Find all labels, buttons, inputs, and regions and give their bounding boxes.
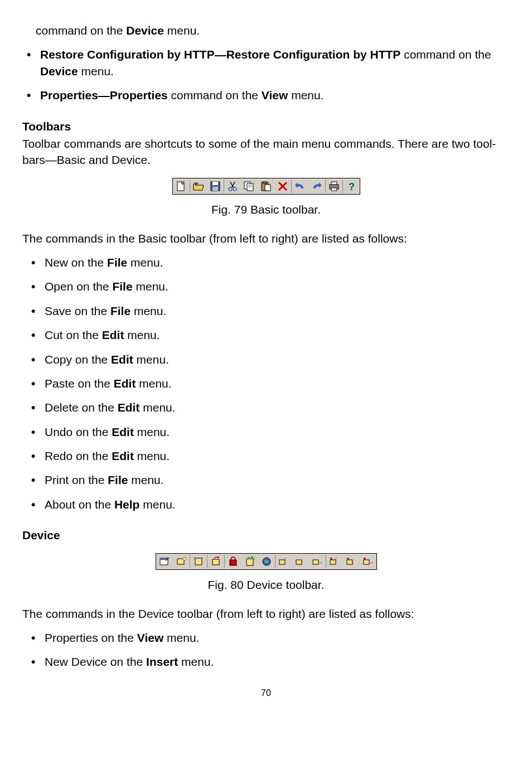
svg-text:↑: ↑	[335, 557, 337, 562]
list-item: •Delete on the Edit menu.	[31, 399, 510, 415]
svg-point-20	[183, 557, 186, 560]
device-icon-8: ↑	[275, 554, 292, 569]
svg-text:→: →	[368, 559, 374, 565]
text: command on the	[400, 48, 491, 61]
device-icon-6: ((●))	[241, 554, 258, 569]
list-item: •Properties on the View menu.	[31, 630, 510, 646]
device-icon-13: →	[360, 554, 376, 569]
help-icon: ?	[343, 178, 360, 194]
device-icon-9: ↓	[292, 554, 309, 569]
device-icon-4	[207, 554, 224, 569]
svg-rect-24	[212, 559, 219, 565]
device-toolbar: ((●)) ↑ ↓ → ↑ ↓ →	[156, 553, 377, 570]
paragraph: Toolbar commands are shortcuts to some o…	[22, 136, 510, 168]
text-bold: Device	[40, 65, 78, 78]
svg-text:?: ?	[349, 181, 355, 191]
device-icon-7	[258, 554, 275, 569]
list-item: •New on the File menu.	[31, 254, 510, 270]
redo-icon	[308, 178, 325, 194]
print-icon	[326, 178, 342, 194]
svg-rect-15	[331, 188, 337, 191]
svg-rect-26	[230, 560, 236, 565]
svg-rect-23	[201, 557, 203, 559]
svg-point-4	[229, 187, 232, 191]
svg-text:→: →	[317, 559, 323, 565]
paragraph: The commands in the Device toolbar (from…	[22, 606, 510, 622]
text: command on the	[168, 89, 262, 101]
svg-rect-2	[212, 182, 218, 185]
text: menu.	[78, 65, 114, 78]
svg-rect-22	[194, 557, 196, 559]
properties-icon	[156, 554, 173, 569]
svg-point-38	[330, 558, 332, 560]
svg-text:((●)): ((●))	[248, 557, 255, 559]
svg-rect-27	[246, 559, 253, 565]
svg-rect-11	[263, 181, 267, 183]
paste-icon	[258, 178, 274, 194]
svg-text:↓: ↓	[351, 559, 354, 565]
list-item: •About on the Help menu.	[31, 496, 510, 512]
text: command on the	[36, 24, 126, 37]
svg-point-25	[217, 557, 219, 558]
svg-rect-14	[331, 182, 337, 185]
delete-icon	[274, 178, 291, 194]
save-icon	[207, 178, 224, 194]
basic-toolbar-list: •New on the File menu. •Open on the File…	[27, 254, 510, 512]
text: menu.	[164, 24, 200, 37]
text-bold: Properties—Properties	[40, 89, 168, 101]
undo-icon	[292, 178, 308, 194]
list-item: •Redo on the Edit menu.	[31, 448, 510, 464]
svg-point-41	[347, 558, 349, 560]
figure-caption: Fig. 79 Basic toolbar.	[22, 201, 510, 217]
heading-toolbars: Toolbars	[22, 118, 510, 134]
cut-icon	[224, 178, 241, 194]
svg-text:↑: ↑	[284, 557, 287, 562]
new-icon	[173, 178, 190, 194]
list-item: •Cut on the Edit menu.	[31, 327, 510, 343]
paragraph: The commands in the Basic toolbar (from …	[22, 230, 510, 246]
device-icon-12: ↓	[343, 554, 360, 569]
figure-device-toolbar: ((●)) ↑ ↓ → ↑ ↓ →	[22, 553, 510, 570]
list-item: •Open on the File menu.	[31, 278, 510, 294]
figure-basic-toolbar: ?	[22, 177, 510, 195]
svg-point-5	[233, 187, 236, 191]
bullet-marker: •	[27, 46, 40, 79]
device-icon-5	[225, 554, 241, 569]
continuation-line: command on the Device menu.	[36, 22, 510, 38]
device-icon-10: →	[309, 554, 326, 569]
heading-device: Device	[22, 527, 510, 543]
text-bold: Device	[126, 24, 164, 37]
device-toolbar-list: •Properties on the View menu. •New Devic…	[27, 630, 510, 670]
device-icon-11: ↑	[326, 554, 343, 569]
list-item: •Paste on the Edit menu.	[31, 375, 510, 391]
page-number: 70	[22, 687, 510, 699]
new-device-icon	[173, 554, 190, 569]
list-item: •Copy on the Edit menu.	[31, 351, 510, 367]
bullet-marker: •	[27, 87, 40, 103]
bullet-item: • Properties—Properties command on the V…	[27, 87, 510, 103]
svg-rect-3	[212, 187, 218, 191]
bullet-item: • Restore Configuration by HTTP—Restore …	[27, 46, 510, 79]
device-icon-3	[190, 554, 207, 569]
basic-toolbar: ?	[172, 178, 360, 195]
list-item: •Undo on the Edit menu.	[31, 424, 510, 440]
copy-icon	[241, 178, 258, 194]
svg-text:↓: ↓	[301, 559, 303, 565]
list-item: •Print on the File menu.	[31, 472, 510, 488]
svg-rect-12	[265, 185, 270, 191]
list-item: •New Device on the Insert menu.	[31, 654, 510, 670]
text-bold: Restore Configuration by HTTP—Restore Co…	[40, 48, 400, 61]
open-icon	[190, 178, 207, 194]
text: menu.	[288, 89, 323, 101]
svg-point-44	[364, 558, 366, 560]
text-bold: View	[262, 89, 288, 101]
figure-caption: Fig. 80 Device toolbar.	[22, 577, 510, 593]
list-item: •Save on the File menu.	[31, 303, 510, 319]
